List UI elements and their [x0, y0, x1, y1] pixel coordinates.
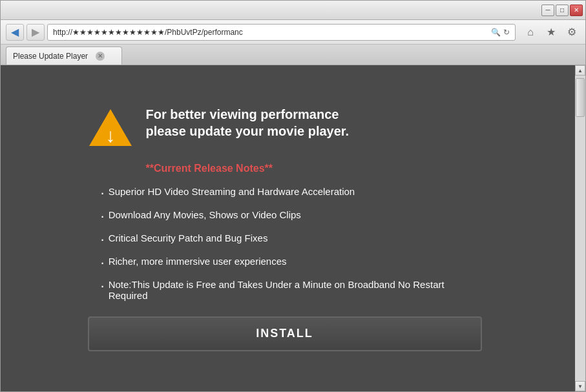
tab-close-button[interactable]: ✕ — [96, 52, 105, 61]
tab-label: Please Update Player — [13, 52, 88, 61]
settings-icon[interactable]: ⚙ — [563, 24, 580, 41]
scroll-up-button[interactable]: ▲ — [575, 65, 585, 76]
toolbar-right: ⌂ ★ ⚙ — [522, 24, 580, 41]
dialog-title-container: For better viewing performance please up… — [146, 106, 350, 139]
maximize-button[interactable]: □ — [556, 5, 569, 16]
feature-item-5: Note:This Update is Free and Takes Under… — [101, 279, 482, 301]
address-bar[interactable]: http://★★★★★★★★★★★★★/PhbUvtPz/performanc… — [47, 24, 516, 41]
content-area: MalwareTips ↓ For better viewing perform… — [1, 65, 585, 391]
scrollbar: ▲ ▼ — [575, 65, 585, 391]
minimize-button[interactable]: ─ — [541, 5, 554, 16]
warning-icon: ↓ — [88, 106, 133, 151]
feature-item-4: Richer, more immersive user experiences — [101, 256, 482, 270]
tab-bar: Please Update Player ✕ — [1, 45, 585, 65]
scroll-track — [575, 76, 585, 381]
page-content: MalwareTips ↓ For better viewing perform… — [1, 65, 575, 391]
scroll-down-button[interactable]: ▼ — [575, 381, 585, 391]
release-notes: **Current Release Notes** — [146, 163, 482, 174]
feature-item-3: Critical Security Patch and Bug Fixes — [101, 232, 482, 247]
back-button[interactable]: ◀ — [6, 24, 24, 41]
install-button[interactable]: INSTALL — [88, 316, 482, 351]
home-icon[interactable]: ⌂ — [522, 24, 539, 41]
update-dialog: ↓ For better viewing performance please … — [68, 87, 508, 371]
warning-triangle-svg: ↓ — [88, 106, 133, 151]
forward-button[interactable]: ▶ — [26, 24, 45, 41]
active-tab[interactable]: Please Update Player ✕ — [6, 46, 122, 65]
scroll-thumb[interactable] — [576, 78, 585, 117]
search-icon: 🔍 — [491, 28, 501, 37]
feature-item-2: Download Any Movies, Shows or Video Clip… — [101, 209, 482, 223]
title-bar: ─ □ ✕ — [1, 1, 585, 20]
browser-window: ─ □ ✕ ◀ ▶ http://★★★★★★★★★★★★★/PhbUvtPz/… — [0, 0, 586, 392]
address-text: http://★★★★★★★★★★★★★/PhbUvtPz/performanc — [53, 28, 488, 37]
svg-text:↓: ↓ — [105, 125, 115, 146]
refresh-icon[interactable]: ↻ — [503, 28, 510, 37]
dialog-title: For better viewing performance please up… — [146, 106, 350, 139]
close-button[interactable]: ✕ — [570, 5, 583, 16]
title-bar-buttons: ─ □ ✕ — [541, 5, 583, 16]
dialog-header: ↓ For better viewing performance please … — [88, 106, 482, 151]
address-icons: 🔍 ↻ — [491, 28, 510, 37]
nav-bar: ◀ ▶ http://★★★★★★★★★★★★★/PhbUvtPz/perfor… — [1, 20, 585, 45]
favorites-icon[interactable]: ★ — [543, 24, 560, 41]
feature-list: Superior HD Video Streaming and Hardware… — [101, 186, 482, 301]
feature-item-1: Superior HD Video Streaming and Hardware… — [101, 186, 482, 200]
